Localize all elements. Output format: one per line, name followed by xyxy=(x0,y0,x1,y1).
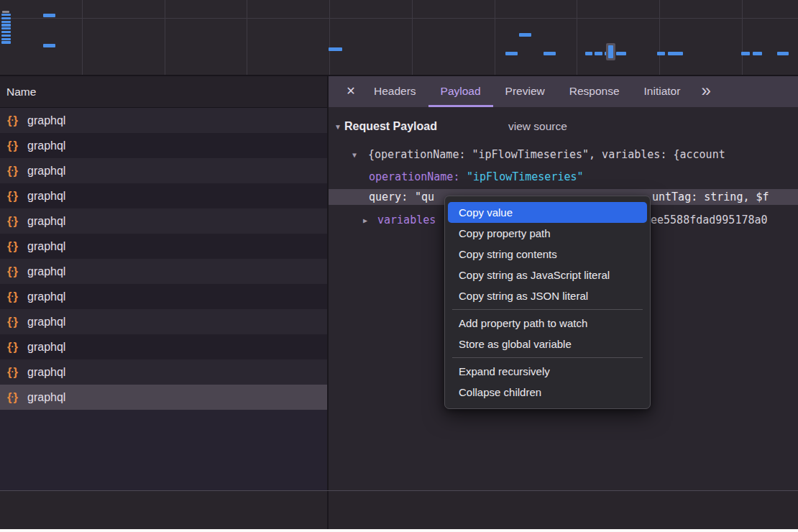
menu-item-copy-string-as-javascript-literal[interactable]: Copy string as JavaScript literal xyxy=(448,265,647,285)
waterfall-bar xyxy=(1,27,11,29)
tab-payload[interactable]: Payload xyxy=(428,76,493,107)
menu-item-add-property-path-to-watch[interactable]: Add property path to watch xyxy=(448,313,647,334)
timeline-gridline xyxy=(82,0,83,75)
request-name: graphql xyxy=(27,114,65,127)
request-row[interactable]: {·}graphql xyxy=(0,234,327,259)
waterfall-bar xyxy=(657,52,665,55)
waterfall-bar xyxy=(1,21,11,23)
network-overview-timeline[interactable] xyxy=(0,0,798,76)
waterfall-bar xyxy=(741,52,750,55)
payload-root-preview: {operationName: "ipFlowTimeseries", vari… xyxy=(368,147,725,162)
request-name: graphql xyxy=(27,366,65,378)
waterfall-bar xyxy=(1,35,11,37)
request-name: graphql xyxy=(27,265,65,278)
request-name: graphql xyxy=(27,290,65,303)
waterfall-bar xyxy=(1,38,11,40)
timeline-gridline xyxy=(412,0,413,75)
timeline-gridline xyxy=(742,0,743,75)
request-row[interactable]: {·}graphql xyxy=(0,183,327,208)
menu-item-expand-recursively[interactable]: Expand recursively xyxy=(448,361,647,382)
property-key: query: xyxy=(369,189,408,205)
waterfall-bar xyxy=(753,52,762,55)
waterfall-bar xyxy=(519,33,531,37)
timeline-gridline xyxy=(0,18,798,19)
property-value-fragment: ee5588fdad995178a0 xyxy=(651,212,768,228)
menu-item-copy-value[interactable]: Copy value xyxy=(448,202,647,223)
waterfall-bar xyxy=(585,52,592,55)
page-background-edge xyxy=(0,529,798,532)
request-row[interactable]: {·}graphql xyxy=(0,158,327,183)
request-name: graphql xyxy=(27,139,65,152)
property-value: "ipFlowTimeseries" xyxy=(467,169,584,185)
summary-bar-divider xyxy=(0,490,798,491)
request-row[interactable]: {·}graphql xyxy=(0,108,327,133)
request-payload-section-row: ▼ Request Payload view source xyxy=(329,119,798,134)
view-source-link[interactable]: view source xyxy=(508,119,567,134)
request-row[interactable]: {·}graphql xyxy=(0,385,327,410)
waterfall-bar xyxy=(43,44,55,47)
request-row[interactable]: {·}graphql xyxy=(0,259,327,284)
json-braces-icon: {·} xyxy=(7,234,26,259)
tab-headers[interactable]: Headers xyxy=(362,76,428,107)
menu-separator xyxy=(452,357,643,358)
json-braces-icon: {·} xyxy=(7,385,26,410)
waterfall-bar xyxy=(608,45,613,58)
json-braces-icon: {·} xyxy=(7,183,26,208)
waterfall-bar-gray xyxy=(2,11,9,13)
tab-response[interactable]: Response xyxy=(557,76,632,107)
payload-root-row[interactable]: ▼ {operationName: "ipFlowTimeseries", va… xyxy=(329,147,798,162)
request-row[interactable]: {·}graphql xyxy=(0,334,327,359)
collapse-triangle-icon[interactable]: ▼ xyxy=(334,119,341,134)
request-name: graphql xyxy=(27,341,65,353)
waterfall-bar xyxy=(1,17,11,19)
name-column-label: Name xyxy=(0,86,36,98)
request-row[interactable]: {·}graphql xyxy=(0,133,327,158)
json-braces-icon: {·} xyxy=(7,133,26,158)
menu-item-copy-string-contents[interactable]: Copy string contents xyxy=(448,244,647,265)
tab-preview[interactable]: Preview xyxy=(493,76,557,107)
request-name: graphql xyxy=(27,240,65,252)
property-key: variables xyxy=(377,212,436,228)
json-braces-icon: {·} xyxy=(7,108,26,133)
waterfall-bar xyxy=(1,41,11,43)
payload-operation-name-row[interactable]: operationName: "ipFlowTimeseries" xyxy=(329,169,798,185)
menu-item-copy-property-path[interactable]: Copy property path xyxy=(448,223,647,244)
menu-item-store-as-global-variable[interactable]: Store as global variable xyxy=(448,334,647,354)
request-name: graphql xyxy=(27,391,65,403)
details-tabbar: ✕ HeadersPayloadPreviewResponseInitiator… xyxy=(329,76,798,108)
timeline-gridline xyxy=(577,0,577,75)
timeline-gridline xyxy=(329,0,330,75)
expand-triangle-icon[interactable]: ▶ xyxy=(363,212,367,228)
request-list: {·}graphql{·}graphql{·}graphql{·}graphql… xyxy=(0,108,327,490)
request-name: graphql xyxy=(27,316,65,328)
tab-initiator[interactable]: Initiator xyxy=(632,76,693,107)
menu-item-copy-string-as-json-literal[interactable]: Copy string as JSON literal xyxy=(448,285,647,306)
request-name: graphql xyxy=(27,190,65,202)
timeline-gridline xyxy=(659,0,660,75)
timeline-gridline xyxy=(247,0,247,75)
timeline-gridline xyxy=(165,0,165,75)
waterfall-bar xyxy=(1,24,11,26)
close-icon[interactable]: ✕ xyxy=(340,76,362,107)
collapse-triangle-icon[interactable]: ▼ xyxy=(352,147,357,162)
json-braces-icon: {·} xyxy=(7,284,26,309)
section-title: Request Payload xyxy=(344,119,437,134)
waterfall-bar xyxy=(668,52,683,55)
request-row[interactable]: {·}graphql xyxy=(0,284,327,309)
waterfall-bar xyxy=(505,52,518,55)
more-tabs-chevron-icon[interactable]: » xyxy=(695,76,716,107)
property-value-fragment: untTag: string, $f xyxy=(652,189,769,205)
request-row[interactable]: {·}graphql xyxy=(0,208,327,234)
request-name: graphql xyxy=(27,215,65,227)
request-row[interactable]: {·}graphql xyxy=(0,359,327,385)
json-braces-icon: {·} xyxy=(7,259,26,284)
menu-item-collapse-children[interactable]: Collapse children xyxy=(448,382,647,403)
json-braces-icon: {·} xyxy=(7,309,26,334)
request-row[interactable]: {·}graphql xyxy=(0,309,327,334)
waterfall-bar xyxy=(595,52,602,55)
name-column-header[interactable]: Name xyxy=(0,76,327,108)
property-key: operationName: xyxy=(369,169,459,185)
json-braces-icon: {·} xyxy=(7,359,26,385)
request-name: graphql xyxy=(27,165,65,177)
menu-separator xyxy=(452,309,643,310)
